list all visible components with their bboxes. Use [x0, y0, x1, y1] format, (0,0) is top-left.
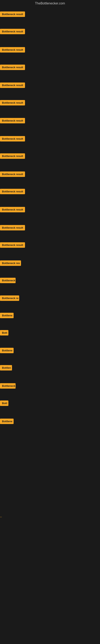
bottleneck-result-item[interactable]: Bottleneck result [0, 47, 25, 52]
bottleneck-result-item[interactable]: Bottlen [0, 365, 12, 370]
site-title: TheBottlenecker.com [0, 0, 100, 7]
bottleneck-result-item[interactable]: Bottleneck result [0, 225, 25, 230]
bottleneck-result-item[interactable]: Bottlene [0, 418, 14, 424]
small-indicator: ... [0, 515, 2, 518]
bottleneck-result-item[interactable]: Bottleneck [0, 278, 16, 283]
bottleneck-result-item[interactable]: Bottleneck res [0, 260, 21, 266]
bottleneck-result-item[interactable]: Bottleneck result [0, 82, 25, 88]
bottleneck-result-item[interactable]: Bottlene [0, 313, 14, 318]
bottleneck-result-item[interactable]: Bottleneck result [0, 64, 25, 70]
bottleneck-result-item[interactable]: Bottleneck result [0, 100, 25, 106]
bottleneck-result-item[interactable]: Bottleneck result [0, 189, 25, 194]
bottleneck-result-item[interactable]: Bott [0, 330, 8, 336]
bottleneck-result-item[interactable]: Bottleneck result [0, 242, 25, 248]
bottleneck-result-item[interactable]: Bottleneck result [0, 153, 25, 159]
bottleneck-result-item[interactable]: Bottleneck result [0, 207, 25, 212]
bottleneck-result-item[interactable]: Bottleneck re [0, 296, 19, 301]
bottleneck-result-item[interactable]: Bott [0, 400, 8, 406]
bottleneck-result-item[interactable]: Bottleneck result [0, 12, 25, 17]
bottleneck-result-item[interactable]: Bottleneck result [0, 136, 25, 142]
bottleneck-result-item[interactable]: Bottleneck result [0, 172, 25, 177]
bottleneck-result-item[interactable]: Bottlene [0, 348, 14, 353]
bottleneck-result-item[interactable]: Bottleneck result [0, 29, 25, 34]
bottleneck-result-item[interactable]: Bottleneck [0, 383, 16, 388]
bottleneck-result-item[interactable]: Bottleneck result [0, 118, 25, 123]
